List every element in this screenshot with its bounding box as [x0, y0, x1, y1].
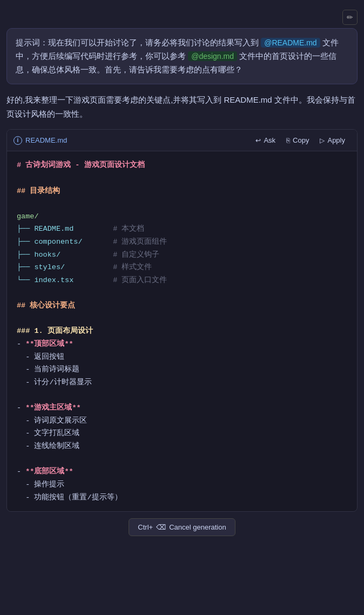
user-message-text-before-tag1: 提示词：现在我们可以开始讨论了，请务必将我们讨论的结果写入到 [16, 38, 261, 47]
code-block-filename: README.md [25, 136, 67, 144]
code-sub1b: - 当前诗词标题 [17, 365, 79, 373]
ask-icon: ↩ [255, 137, 261, 144]
copy-label: Copy [293, 136, 309, 144]
code-line-heading2a: ## 目录结构 [17, 187, 60, 195]
ask-button[interactable]: ↩ Ask [250, 134, 281, 146]
cancel-shortcut: Ctrl+ [138, 523, 153, 531]
page-wrapper: ✏ 提示词：现在我们可以开始讨论了，请务必将我们讨论的结果写入到 @README… [0, 0, 364, 536]
apply-icon: ▷ [320, 137, 325, 144]
apply-button[interactable]: ▷ Apply [314, 134, 350, 146]
code-comment5: # 页面入口文件 [113, 276, 167, 284]
code-bold3: **底部区域** [25, 467, 73, 476]
code-sub1a: - 返回按钮 [17, 353, 64, 361]
cancel-backspace-icon: ⌫ [156, 523, 166, 531]
code-comment3: # 自定义钩子 [113, 251, 159, 259]
code-line-heading1: # 古诗划词游戏 - 游戏页面设计文档 [17, 161, 145, 169]
ask-label: Ask [264, 136, 275, 144]
code-block-header: i README.md ↩ Ask ⎘ Copy ▷ Apply [7, 130, 357, 151]
code-line-tree5: └── index.tsx [17, 276, 113, 284]
code-line-tree3: ├── hooks/ [17, 251, 113, 259]
code-sub2c: - 连线绘制区域 [17, 442, 79, 450]
apply-label: Apply [327, 136, 345, 144]
code-line-path: game/ [17, 212, 39, 220]
code-line-tree1: ├── README.md [17, 225, 113, 233]
code-sub1c: - 计分/计时器显示 [17, 378, 92, 386]
code-content: # 古诗划词游戏 - 游戏页面设计文档 ## 目录结构 game/ ├── RE… [7, 151, 357, 511]
copy-button[interactable]: ⎘ Copy [281, 134, 314, 146]
code-line-tree4: ├── styles/ [17, 263, 113, 271]
code-comment1: # 本文档 [113, 225, 144, 233]
assistant-message-text: 好的,我来整理一下游戏页面需要考虑的关键点,并将其写入到 README.md 文… [6, 95, 355, 118]
code-bullet3: - [17, 467, 25, 476]
code-line-tree2: ├── components/ [17, 238, 113, 246]
code-block-title: i README.md [14, 136, 67, 145]
edit-icon[interactable]: ✏ [342, 10, 358, 25]
cancel-generation-button[interactable]: Ctrl+⌫ Cancel generation [129, 518, 235, 536]
edit-icon-container: ✏ [0, 6, 364, 26]
code-block: i README.md ↩ Ask ⎘ Copy ▷ Apply # 古诗划词游… [6, 129, 358, 512]
readme-mention-tag[interactable]: @README.md [261, 38, 320, 48]
cancel-label: Cancel generation [169, 523, 226, 531]
code-line-heading3a: ### 1. 页面布局设计 [17, 327, 93, 335]
design-mention-tag[interactable]: @design.md [188, 51, 237, 61]
code-block-actions: ↩ Ask ⎘ Copy ▷ Apply [250, 134, 350, 146]
assistant-message: 好的,我来整理一下游戏页面需要考虑的关键点,并将其写入到 README.md 文… [6, 93, 358, 121]
cancel-bar: Ctrl+⌫ Cancel generation [6, 518, 358, 536]
code-bold1: **顶部区域** [25, 340, 73, 348]
info-icon: i [14, 136, 22, 145]
code-bullet2: - [17, 404, 25, 412]
code-comment4: # 样式文件 [113, 263, 152, 271]
code-comment2: # 游戏页面组件 [113, 238, 167, 246]
code-line-heading2b: ## 核心设计要点 [17, 302, 75, 310]
code-bold2: **游戏主区域** [25, 404, 80, 412]
code-sub2a: - 诗词原文展示区 [17, 417, 87, 425]
copy-icon: ⎘ [286, 137, 290, 144]
code-sub3a: - 操作提示 [17, 480, 64, 489]
code-bullet1: - [17, 340, 25, 348]
code-sub2b: - 文字打乱区域 [17, 429, 79, 437]
user-message: 提示词：现在我们可以开始讨论了，请务必将我们讨论的结果写入到 @README.m… [6, 28, 358, 84]
code-sub3b: - 功能按钮（重置/提示等） [17, 493, 122, 502]
